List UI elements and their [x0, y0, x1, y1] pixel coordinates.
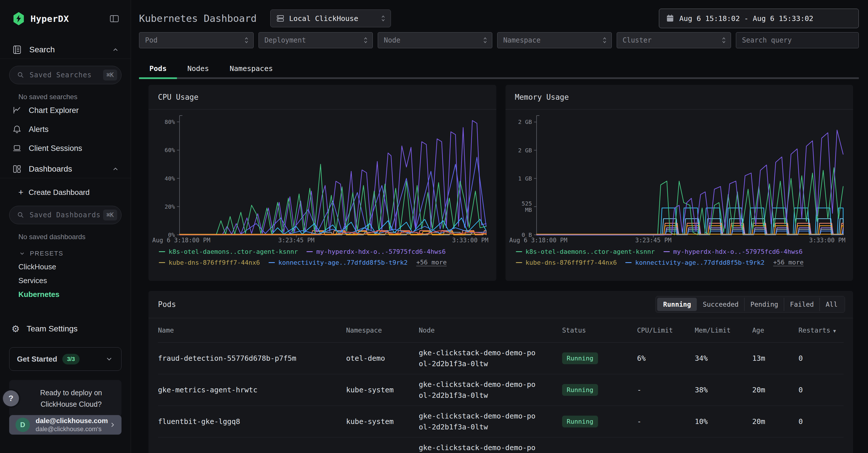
- sidebar-item-alerts[interactable]: Alerts: [0, 120, 131, 139]
- main-content: Kubernetes Dashboard Local ClickHouse Au…: [131, 0, 868, 453]
- clickhouse-cloud-promo[interactable]: ? Ready to deploy on ClickHouse Cloud?: [9, 380, 122, 417]
- filter-select-namespace[interactable]: Namespace: [497, 32, 612, 48]
- column-header-mem-limit[interactable]: Mem/Limit: [695, 327, 752, 334]
- datasource-select[interactable]: Local ClickHouse: [270, 9, 391, 27]
- sidebar-item-label: Alerts: [29, 125, 49, 134]
- filter-select-deployment[interactable]: Deployment: [258, 32, 373, 48]
- table-row[interactable]: gke-metrics-agent-hrwtckube-systemgke-cl…: [158, 374, 844, 406]
- promo-text: Ready to deploy on ClickHouse Cloud?: [29, 387, 102, 410]
- status-filter-all[interactable]: All: [819, 298, 843, 311]
- create-dashboard-label: Create Dashboard: [29, 188, 90, 197]
- preset-kubernetes[interactable]: Kubernetes: [0, 287, 131, 301]
- svg-text:2 GB: 2 GB: [518, 118, 532, 125]
- no-saved-dashboards-text: No saved dashboards: [0, 224, 131, 241]
- preset-services[interactable]: Services: [0, 274, 131, 287]
- sidebar-item-label: Chart Explorer: [29, 106, 79, 115]
- table-row[interactable]: fluentbit-gke-lggq8kube-systemgke-clicks…: [158, 406, 844, 437]
- select-chevrons-icon: [381, 15, 385, 22]
- column-header-cpu-limit[interactable]: CPU/Limit: [637, 327, 695, 334]
- status-filter-succeeded[interactable]: Succeeded: [697, 298, 744, 311]
- tab-pods[interactable]: Pods: [139, 59, 177, 79]
- legend-label: my-hyperdx-hdx-o..-57975fcd6-4hws6: [316, 248, 445, 255]
- presets-toggle[interactable]: PRESETS: [0, 247, 131, 260]
- namespace-cell: otel-demo: [346, 354, 419, 363]
- sidebar-collapse-icon[interactable]: [110, 15, 119, 23]
- promo-line2: ClickHouse Cloud?: [40, 398, 102, 410]
- mem-cell: 38%: [695, 386, 752, 394]
- filter-select-cluster[interactable]: Cluster: [617, 32, 731, 48]
- avatar: D: [16, 418, 30, 432]
- user-meta: dale@clickhouse.com dale@clickhouse.com'…: [36, 417, 108, 433]
- column-header-age[interactable]: Age: [752, 327, 799, 334]
- legend-dash-icon: [269, 262, 275, 263]
- status-cell: Running: [562, 352, 637, 364]
- legend-more-link[interactable]: +56 more: [416, 259, 447, 266]
- legend-more-link[interactable]: +56 more: [773, 259, 804, 266]
- legend-item[interactable]: my-hyperdx-hdx-o..-57975fcd6-4hws6: [663, 248, 803, 255]
- saved-dashboards-input[interactable]: Saved Dashboards ⌘K: [9, 206, 122, 224]
- legend-item[interactable]: my-hyperdx-hdx-o..-57975fcd6-4hws6: [307, 248, 445, 255]
- legend-item[interactable]: k8s-otel-daemons..ctor-agent-ksnnr: [159, 248, 298, 255]
- date-range-value: Aug 6 15:18:02 - Aug 6 15:33:02: [679, 15, 813, 23]
- table-row[interactable]: fraud-detection-55776d678b-p7f5motel-dem…: [158, 343, 844, 374]
- legend-dash-icon: [159, 251, 165, 252]
- user-email: dale@clickhouse.com: [36, 417, 108, 425]
- date-range-picker[interactable]: Aug 6 15:18:02 - Aug 6 15:33:02: [659, 9, 859, 28]
- legend-item[interactable]: k8s-otel-daemons..ctor-agent-ksnnr: [516, 248, 655, 255]
- node-cell: gke-clickstack-demo-demo-pool-2d2b1f3a-0…: [419, 379, 536, 401]
- column-header-namespace[interactable]: Namespace: [346, 327, 419, 334]
- create-dashboard-button[interactable]: + Create Dashboard: [0, 186, 131, 199]
- get-started-button[interactable]: Get Started 3/3: [9, 347, 122, 371]
- column-header-status[interactable]: Status: [562, 327, 637, 334]
- legend-label: my-hyperdx-hdx-o..-57975fcd6-4hws6: [673, 248, 803, 255]
- filter-select-label: Namespace: [503, 36, 540, 44]
- tab-nodes[interactable]: Nodes: [177, 59, 219, 79]
- svg-text:Aug 6 3:18:00 PM: Aug 6 3:18:00 PM: [152, 237, 210, 244]
- team-settings-button[interactable]: ⚙ Team Settings: [0, 320, 131, 337]
- age-cell: 20m: [752, 386, 799, 394]
- sidebar-item-client-sessions[interactable]: Client Sessions: [0, 139, 131, 158]
- svg-text:40%: 40%: [164, 175, 175, 182]
- plus-icon: +: [19, 188, 24, 197]
- legend-item[interactable]: konnectivity-age..77dfdd8f5b-t9rk2: [625, 259, 764, 266]
- legend-item[interactable]: kube-dns-876ff9ff7-44nx6: [516, 259, 617, 266]
- namespace-cell: kube-system: [346, 417, 419, 426]
- saved-searches-placeholder: Saved Searches: [30, 71, 92, 79]
- status-cell: Running: [562, 384, 637, 396]
- status-filter-failed[interactable]: Failed: [784, 298, 819, 311]
- column-header-name[interactable]: Name: [158, 327, 346, 334]
- preset-clickhouse[interactable]: ClickHouse: [0, 260, 131, 274]
- tab-namespaces[interactable]: Namespaces: [219, 59, 283, 79]
- table-row[interactable]: gke-clickstack-demo-demo-pool-2d2b1f3a-0…: [158, 437, 844, 453]
- saved-searches-input[interactable]: Saved Searches ⌘K: [9, 66, 122, 84]
- legend-dash-icon: [159, 262, 165, 263]
- legend-dash-icon: [625, 262, 631, 263]
- divider: [0, 178, 131, 178]
- sidebar-item-label: Client Sessions: [29, 144, 82, 153]
- filter-select-node[interactable]: Node: [378, 32, 492, 48]
- name-cell: fluentbit-gke-lggq8: [158, 417, 346, 426]
- user-subtitle: dale@clickhouse.com's: [36, 425, 108, 433]
- column-header-node[interactable]: Node: [419, 327, 562, 334]
- mem-cell: 10%: [695, 417, 752, 426]
- status-filter-pending[interactable]: Pending: [744, 298, 784, 311]
- legend-item[interactable]: kube-dns-876ff9ff7-44nx6: [159, 259, 260, 266]
- pods-card-title: Pods: [158, 300, 176, 309]
- filter-select-pod[interactable]: Pod: [139, 32, 254, 48]
- svg-text:60%: 60%: [164, 147, 175, 153]
- saved-dashboards-placeholder: Saved Dashboards: [30, 211, 100, 219]
- sidebar-section-dashboards[interactable]: Dashboards: [0, 160, 131, 178]
- column-header-restarts[interactable]: Restarts▼: [799, 327, 844, 334]
- age-cell: 13m: [752, 354, 799, 363]
- status-filter-running[interactable]: Running: [657, 298, 697, 311]
- legend-dash-icon: [516, 262, 522, 263]
- page-title: Kubernetes Dashboard: [139, 12, 256, 24]
- search-query-input[interactable]: [742, 36, 853, 44]
- legend-label: konnectivity-age..77dfdd8f5b-t9rk2: [635, 259, 764, 266]
- help-icon[interactable]: ?: [3, 390, 19, 406]
- sidebar-section-search[interactable]: Search: [0, 41, 131, 59]
- sidebar-item-chart-explorer[interactable]: Chart Explorer: [0, 101, 131, 120]
- legend-item[interactable]: konnectivity-age..77dfdd8f5b-t9rk2: [269, 259, 408, 266]
- user-menu[interactable]: D dale@clickhouse.com dale@clickhouse.co…: [9, 415, 122, 434]
- chevron-right-icon: [109, 421, 116, 429]
